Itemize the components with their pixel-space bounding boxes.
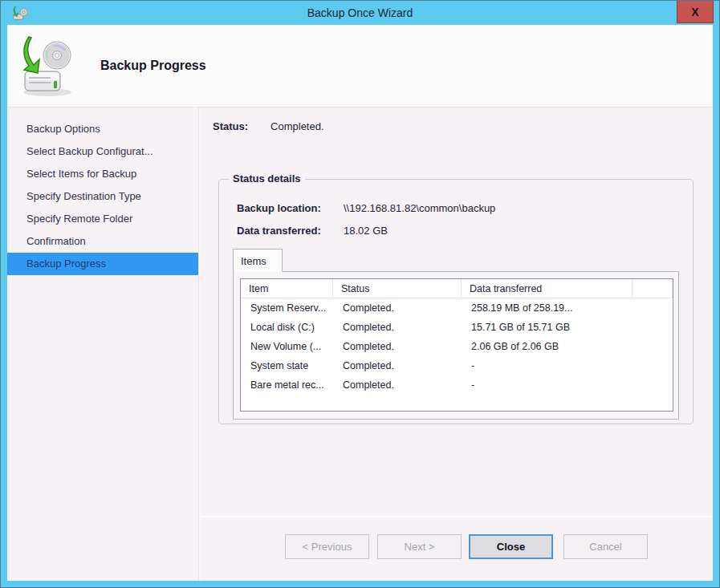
close-glyph: X [691,6,698,18]
wizard-body: Backup Options Select Backup Configurat.… [7,107,713,581]
table-row[interactable]: Local disk (C:) Completed. 15.71 GB of 1… [241,318,673,337]
cell-filler [633,298,673,318]
previous-button: < Previous [285,534,369,559]
table-row[interactable]: System Reserv... Completed. 258.19 MB of… [241,298,673,318]
cell-filler [633,337,673,356]
window-title: Backup Once Wizard [1,1,719,25]
column-header-item[interactable]: Item [241,279,333,298]
backup-location-value: \\192.168.81.82\common\backup [344,202,495,214]
next-button: Next > [377,534,462,559]
cell-filler [633,356,673,375]
data-transferred-row: Data transferred:18.02 GB [237,225,388,237]
items-tab-panel: Item Status Data transferred System Rese… [233,271,679,420]
column-header-status[interactable]: Status [333,279,462,298]
status-value: Completed. [271,120,323,132]
cell-status: Completed. [333,356,462,375]
status-label: Status: [213,120,248,132]
cell-data: 258.19 MB of 258.19... [462,298,633,318]
sidebar-item-confirmation: Confirmation [7,230,198,253]
column-header-data-transferred[interactable]: Data transferred [462,279,633,298]
items-table: Item Status Data transferred System Rese… [240,278,673,412]
backup-once-wizard-window: Backup Once Wizard X [0,0,720,588]
sidebar-item-specify-remote-folder: Specify Remote Folder [7,208,198,230]
table-row[interactable]: Bare metal rec... Completed. - [241,375,673,395]
cell-item: Bare metal rec... [241,375,333,395]
wizard-steps-sidebar: Backup Options Select Backup Configurat.… [7,107,199,581]
cell-item: System Reserv... [241,298,333,318]
cancel-button: Cancel [563,534,648,559]
cell-status: Completed. [333,298,462,318]
page-title: Backup Progress [100,59,206,73]
status-details-title: Status details [229,172,305,185]
backup-location-label: Backup location: [237,202,344,214]
table-row[interactable]: System state Completed. - [241,356,673,375]
sidebar-item-backup-options: Backup Options [7,118,198,140]
sidebar-item-select-items-for-backup: Select Items for Backup [7,163,198,185]
cell-status: Completed. [333,337,462,356]
backup-location-row: Backup location:\\192.168.81.82\common\b… [237,202,495,214]
column-header-filler [633,279,673,298]
data-transferred-label: Data transferred: [237,225,344,237]
items-table-header: Item Status Data transferred [241,279,673,298]
sidebar-item-backup-progress: Backup Progress [7,253,198,275]
cell-status: Completed. [333,375,462,395]
tab-items[interactable]: Items [233,249,283,272]
cell-item: Local disk (C:) [241,318,333,337]
table-row[interactable]: New Volume (... Completed. 2.06 GB of 2.… [241,337,673,356]
wizard-content: Status:Completed. Status details Backup … [200,107,713,581]
sidebar-item-specify-destination-type: Specify Destination Type [7,185,198,208]
cell-filler [633,318,673,337]
cell-item: New Volume (... [241,337,333,356]
close-icon[interactable]: X [677,1,714,23]
close-button[interactable]: Close [469,534,553,559]
cell-data: - [462,356,633,375]
backup-drive-icon [18,34,76,99]
sidebar-item-select-backup-configuration: Select Backup Configurat... [7,140,198,163]
wizard-header: Backup Progress [7,25,713,107]
cell-data: 2.06 GB of 2.06 GB [462,337,633,356]
cell-data: - [462,375,633,395]
titlebar[interactable]: Backup Once Wizard X [1,1,719,25]
status-row: Status:Completed. [213,120,324,132]
status-details-group: Status details Backup location:\\192.168… [218,179,694,424]
data-transferred-value: 18.02 GB [344,225,388,237]
cell-filler [633,375,673,395]
cell-data: 15.71 GB of 15.71 GB [462,318,633,337]
client-area: Backup Progress Backup Options Select Ba… [7,25,713,581]
cell-status: Completed. [333,318,462,337]
footer-separator [201,516,713,517]
cell-item: System state [241,356,333,375]
